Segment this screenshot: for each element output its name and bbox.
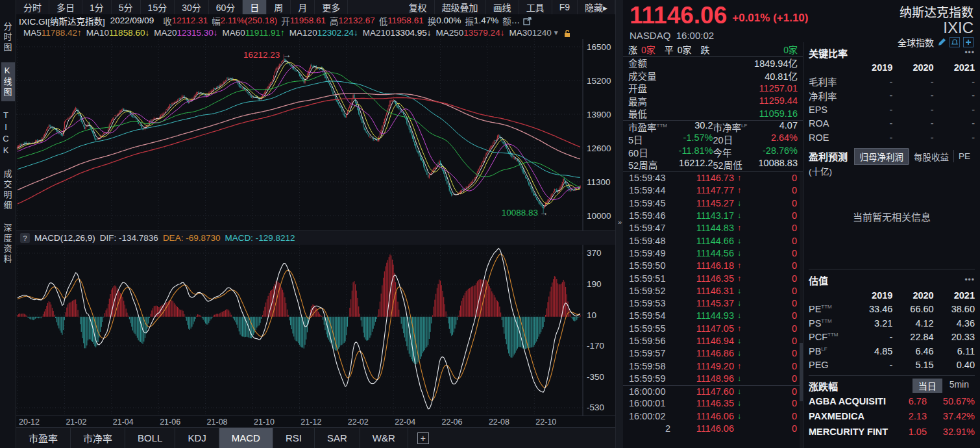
svg-text:10: 10 — [587, 310, 596, 320]
tick-time: 15:59:56 — [629, 336, 680, 346]
mover-name: MERCURITY FINT — [809, 427, 889, 437]
macd-chart[interactable]: 37019010-170-350-530 — [16, 245, 615, 416]
stat-value: -28.76% — [763, 145, 798, 159]
period-tab-30分[interactable]: 30分 — [175, 0, 209, 14]
tool-tab-复权[interactable]: 复权 — [402, 0, 435, 14]
forecast-tab-每股收益[interactable]: 每股收益 — [909, 149, 953, 164]
period-tab-分时[interactable]: 分时 — [16, 0, 49, 14]
valuation-label: PEG — [809, 360, 851, 370]
tick-time: 2 — [629, 423, 680, 434]
period-tab-15分[interactable]: 15分 — [141, 0, 175, 14]
field-label-低: 低 — [379, 14, 388, 27]
svg-text:15200: 15200 — [587, 76, 611, 86]
tick-direction-icon: ↓ — [734, 387, 744, 396]
valuation-value: 4.12 — [892, 318, 933, 329]
tool-tab-F9[interactable]: F9 — [552, 0, 578, 14]
period-tab-1分[interactable]: 1分 — [82, 0, 112, 14]
movers-tab-5min[interactable]: 5min — [944, 379, 975, 393]
indicator-tab-SAR[interactable]: SAR — [315, 428, 360, 448]
indicator-tab-W&R[interactable]: W&R — [360, 428, 408, 448]
x-label-22-08: 22-08 — [489, 417, 509, 427]
stat-cell-60日: 60日-11.81% — [628, 145, 713, 159]
indicator-tab-市盈率[interactable]: 市盈率 — [16, 428, 71, 448]
toolbar-spacer — [348, 0, 401, 14]
movers-tab-当日[interactable]: 当日 — [913, 379, 942, 393]
ratio-value: - — [934, 132, 975, 143]
tool-tab-隐藏[interactable]: 隐藏▸ — [578, 0, 615, 14]
ma-label-MA250: MA250 — [436, 28, 464, 38]
tick-time: 15:59:50 — [629, 260, 680, 271]
period-tab-更多[interactable]: 更多 — [315, 0, 348, 14]
lock-icon[interactable] — [559, 28, 571, 38]
ma-dropdown-icon[interactable]: ▼ — [553, 29, 559, 36]
kline-chart[interactable]: 16212.23→10088.83→1650015200139001260011… — [16, 39, 615, 230]
time-sales-scrollbar[interactable] — [800, 172, 803, 448]
tick-direction-icon: ↑ — [734, 173, 744, 182]
tick-time: 16:00:01 — [629, 398, 680, 408]
tick-row: 16:00:0011147.60↓0 — [623, 385, 803, 397]
forecast-tab-PE[interactable]: PE — [953, 150, 975, 162]
key-ratios-menu-icon[interactable]: ••• — [964, 48, 975, 57]
indicator-tab-MACD[interactable]: MACD — [219, 428, 273, 448]
expand-icon[interactable] — [520, 16, 532, 25]
symbol-label: IXIC.GI[纳斯达克指数] — [19, 14, 105, 27]
valuation-value: 3.21 — [851, 318, 892, 329]
tool-tab-画线[interactable]: 画线 — [486, 0, 519, 14]
tick-time: 15:59:55 — [629, 323, 680, 334]
sidebar-item-TICK[interactable]: TICK — [1, 107, 15, 160]
indicator-tab-bar: 市盈率市净率BOLLKDJMACDRSISARW&R+ — [16, 427, 615, 448]
time-sales-list[interactable]: 15:59:4311146.73↑015:59:4411147.77↑015:5… — [623, 171, 803, 448]
add-indicator-button[interactable]: + — [417, 432, 429, 444]
tool-tab-超级叠加[interactable]: 超级叠加 — [435, 0, 486, 14]
period-tab-月[interactable]: 月 — [291, 0, 315, 14]
year-header-2021: 2021 — [934, 62, 975, 73]
ma-value-MA5: 11788.42↑ — [42, 28, 82, 38]
sidebar-item-分时图[interactable]: 分时图 — [1, 19, 15, 56]
period-tab-60分[interactable]: 60分 — [209, 0, 243, 14]
stat-value: -11.81% — [679, 145, 713, 159]
quote-header: 11146.06 +0.01% (+1.10) NASDAQ 16:00:02 … — [623, 0, 980, 42]
indicator-tab-BOLL[interactable]: BOLL — [125, 428, 175, 448]
tick-time: 15:59:54 — [629, 310, 680, 321]
tick-direction-icon: ↓ — [734, 349, 744, 358]
tick-volume: 0 — [792, 411, 797, 421]
year-header-2020: 2020 — [892, 62, 933, 73]
indicator-tab-KDJ[interactable]: KDJ — [175, 428, 219, 448]
sidebar-item-成交明细[interactable]: 成交明细 — [1, 166, 15, 214]
macd-help-icon[interactable]: ? — [20, 233, 30, 243]
indicator-tab-市净率[interactable]: 市净率 — [71, 428, 125, 448]
period-tab-周[interactable]: 周 — [267, 0, 291, 14]
period-tab-多日[interactable]: 多日 — [49, 0, 82, 14]
mover-row-MERCURITY FINT[interactable]: MERCURITY FINT1.0532.91% — [809, 424, 975, 440]
period-tab-5分[interactable]: 5分 — [112, 0, 141, 14]
field-value-开: 11958.61 — [290, 16, 326, 25]
tool-tab-工具[interactable]: 工具 — [519, 0, 552, 14]
right-panel: 11146.06 +0.01% (+1.10) NASDAQ 16:00:02 … — [623, 0, 980, 448]
forecast-tab-归母净利润[interactable]: 归母净利润 — [854, 148, 909, 165]
tick-time: 16:00:02 — [629, 411, 680, 421]
tick-volume: 0 — [792, 236, 797, 246]
mover-change: 1.05 — [889, 427, 927, 437]
field-value-额: … — [511, 16, 521, 25]
ratio-value: - — [892, 77, 933, 87]
period-tab-日[interactable]: 日 — [243, 0, 267, 14]
panel-collapse-strip: » — [615, 0, 623, 448]
sidebar-item-深度资料[interactable]: 深度资料 — [1, 220, 15, 268]
sidebar-item-K线图[interactable]: K线图 — [1, 62, 15, 101]
mover-row-PAXMEDICA[interactable]: PAXMEDICA2.1337.42% — [809, 409, 975, 425]
valuation-menu-icon[interactable]: ••• — [964, 275, 975, 284]
tick-volume: 0 — [792, 198, 797, 208]
stat-value: 10088.83 — [759, 158, 798, 171]
stat-dual-row: 52周高16212.252周低10088.83 — [623, 158, 803, 171]
tick-price: 11146.86 — [680, 348, 734, 358]
mover-row-AGBA ACQUISITI[interactable]: AGBA ACQUISITI6.7850.67% — [809, 393, 975, 409]
indicator-tab-RSI[interactable]: RSI — [273, 428, 315, 448]
svg-text:16212.23: 16212.23 — [243, 50, 280, 60]
tick-direction-icon: ↓ — [734, 286, 744, 295]
ma-value-MA120: 12302.24↓ — [317, 28, 358, 38]
field-label-开: 开 — [281, 14, 290, 27]
chart-main-column: 分时多日1分5分15分30分60分日周月更多 复权超级叠加画线工具F9隐藏▸ I… — [16, 0, 615, 448]
tick-direction-icon: ↑ — [734, 186, 744, 195]
tick-time: 15:59:53 — [629, 298, 680, 308]
ma-value-MA20: 12315.30↓ — [177, 28, 217, 38]
